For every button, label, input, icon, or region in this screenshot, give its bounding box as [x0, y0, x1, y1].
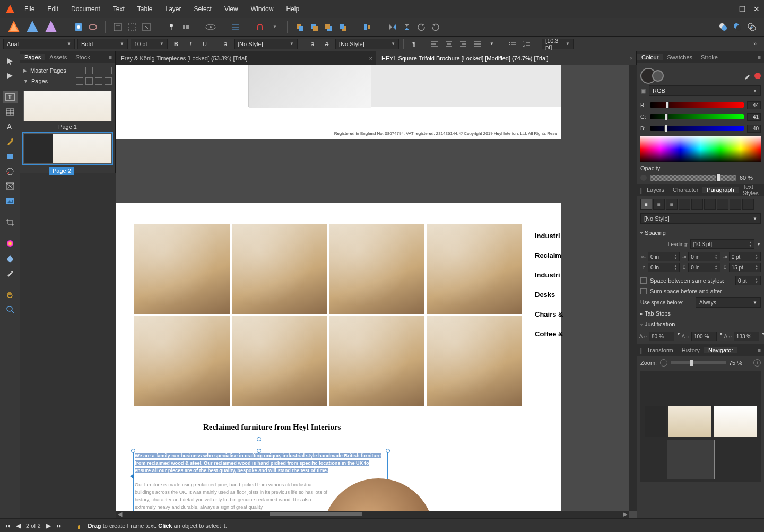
r-value[interactable]: 44 [747, 101, 761, 109]
tab-navigator[interactable]: Navigator [704, 347, 737, 353]
doc-tab[interactable]: HEYL Square Trifold Brochure [Locked] [M… [376, 51, 637, 65]
menu-layer[interactable]: Layer [166, 5, 181, 13]
designer-persona-icon[interactable] [25, 19, 41, 35]
just-max-input[interactable]: 133 % [734, 332, 759, 341]
image-cell[interactable] [427, 224, 522, 314]
tab-stock[interactable]: Stock [71, 54, 94, 60]
list-number-icon[interactable]: 12 [521, 39, 533, 49]
clear-style-icon[interactable]: a [321, 39, 333, 49]
fill-tool-icon[interactable] [3, 237, 18, 250]
master-pages-header[interactable]: ▶Master Pages [23, 65, 112, 76]
bold-button[interactable]: B [170, 39, 182, 49]
para-style-combo[interactable]: [No Style]▼ [335, 39, 399, 49]
overflow-icon[interactable]: » [749, 39, 761, 49]
show-special-icon[interactable]: ¶ [408, 39, 420, 49]
minimize-icon[interactable]: — [724, 5, 732, 13]
tab-history[interactable]: History [678, 347, 704, 353]
leading-input[interactable]: [10.3 pt]▲▼ [690, 239, 754, 249]
right-indent-input[interactable]: 0 in▲▼ [688, 252, 720, 261]
navigator-viewport[interactable] [667, 440, 715, 479]
align-away-spine-button[interactable]: ≣ [742, 199, 754, 210]
tab-paragraph[interactable]: Paragraph [702, 187, 738, 193]
add-page-icon[interactable] [76, 77, 83, 85]
place-image-tool-icon[interactable] [3, 195, 18, 207]
space-same-checkbox[interactable] [640, 277, 647, 284]
opacity-slider[interactable] [650, 175, 736, 181]
tab-character[interactable]: Character [668, 187, 702, 193]
node-tool-icon[interactable] [3, 69, 18, 82]
arrange-front-icon[interactable] [337, 21, 349, 33]
last-line-input[interactable]: 15 pt▲▼ [729, 263, 761, 272]
move-tool-icon[interactable] [3, 55, 18, 67]
preview-icon[interactable] [205, 21, 216, 33]
rotate-ccw-icon[interactable] [415, 21, 427, 33]
spacing-header[interactable]: ▿Spacing [640, 228, 761, 238]
pages-header[interactable]: ▼Pages [23, 76, 112, 86]
rotate-cw-icon[interactable] [430, 21, 441, 33]
menu-file[interactable]: File [24, 5, 34, 13]
flip-v-icon[interactable] [401, 21, 413, 33]
image-cell[interactable] [232, 224, 327, 314]
pan-tool-icon[interactable] [3, 288, 18, 301]
font-family-combo[interactable]: Arial▼ [3, 39, 75, 49]
left-indent-input[interactable]: 0 in▲▼ [648, 252, 680, 261]
leading-combo[interactable]: [10.3 pt]▼ [542, 39, 574, 49]
image-cell[interactable] [134, 224, 230, 314]
font-size-combo[interactable]: 10 pt▼ [131, 39, 168, 49]
menu-edit[interactable]: Edit [47, 5, 58, 13]
align-left-button[interactable]: ≡ [640, 199, 652, 210]
add-master-icon[interactable] [85, 67, 93, 74]
zoom-value[interactable]: 75 % [729, 360, 750, 366]
underline-button[interactable]: U [199, 39, 211, 49]
dropdown-icon[interactable]: ▼ [269, 21, 281, 33]
ellipse-tool-icon[interactable] [3, 165, 18, 178]
shape-add-icon[interactable] [717, 21, 729, 33]
image-cell[interactable] [329, 316, 424, 406]
first-page-button[interactable]: ⏮ [4, 522, 11, 529]
dropdown-icon[interactable]: ▼ [486, 39, 498, 49]
arrange-back-icon[interactable] [294, 21, 306, 33]
space-after-input[interactable]: 0 in▲▼ [688, 263, 720, 272]
list-bullet-icon[interactable] [507, 39, 518, 49]
panel-menu-icon[interactable]: ≡ [754, 347, 764, 353]
toolbar-icon[interactable] [126, 21, 138, 33]
tab-colour[interactable]: Colour [637, 54, 663, 60]
page-thumb-2[interactable] [23, 133, 112, 164]
menu-view[interactable]: View [224, 5, 238, 13]
eyedropper-tool-icon[interactable] [3, 267, 18, 280]
italic-button[interactable]: I [185, 39, 196, 49]
panel-menu-icon[interactable]: ≡ [754, 54, 764, 60]
panel-menu-icon[interactable]: ≡ [109, 54, 115, 60]
close-icon[interactable]: × [369, 55, 372, 62]
align-towards-spine-button[interactable]: ≣ [730, 199, 741, 210]
spectrum-picker[interactable] [640, 136, 761, 162]
page-icon[interactable] [85, 77, 93, 85]
font-style-combo[interactable]: Bold▼ [77, 39, 128, 49]
tab-stroke[interactable]: Stroke [697, 54, 722, 60]
eyedropper-icon[interactable] [744, 72, 751, 80]
stroke-colour-well[interactable] [652, 70, 664, 82]
g-slider[interactable] [650, 114, 744, 119]
tab-stops-header[interactable]: ▸Tab Stops [640, 308, 761, 319]
page-icon[interactable] [105, 77, 112, 85]
toolbar-icon[interactable] [141, 21, 152, 33]
menu-text[interactable]: Text [113, 5, 125, 13]
para-style-icon[interactable]: a [307, 39, 318, 49]
frame-text-tool-icon[interactable]: T [3, 91, 18, 103]
baseline-icon[interactable] [230, 21, 241, 33]
char-style-combo[interactable]: [No Style]▼ [234, 39, 298, 49]
last-page-button[interactable]: ⏭ [56, 522, 63, 529]
horizontal-scrollbar[interactable]: ◀▶ [116, 511, 629, 518]
colour-mode-combo[interactable]: RGB▼ [649, 85, 761, 96]
align-justify-icon[interactable] [472, 39, 483, 49]
rect-tool-icon[interactable] [3, 150, 18, 163]
page-icon[interactable] [95, 67, 102, 74]
align-justify-all-button[interactable]: ≣ [717, 199, 728, 210]
lock-icon[interactable]: ▣ [640, 88, 646, 94]
crop-tool-icon[interactable] [3, 216, 18, 229]
image-cell[interactable] [329, 224, 424, 314]
align-right-button[interactable]: ≡ [666, 199, 678, 210]
shape-intersect-icon[interactable] [746, 21, 758, 33]
menu-window[interactable]: Window [251, 5, 274, 13]
tab-pages[interactable]: Pages [20, 54, 45, 60]
